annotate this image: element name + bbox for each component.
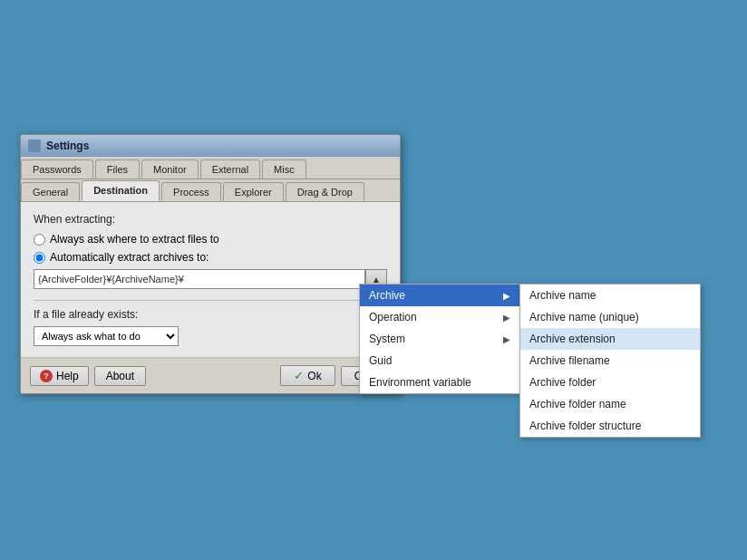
menu-item-archive-label: Archive — [369, 289, 405, 302]
menu-item-archive-folder-name-label: Archive folder name — [529, 398, 626, 410]
menu-item-guid-label: Guid — [369, 354, 392, 367]
window-icon — [28, 140, 41, 152]
menu-item-guid[interactable]: Guid — [360, 350, 519, 372]
radio-ask-where-label: Always ask where to extract files to — [50, 233, 219, 246]
file-exists-dropdown[interactable]: Always ask what to do Skip existing file… — [34, 326, 179, 346]
help-button[interactable]: ? Help — [30, 366, 89, 386]
menu-item-archive-folder-label: Archive folder — [529, 376, 596, 389]
extracting-label: When extracting: — [34, 213, 387, 226]
tabs-row-top: Passwords Files Monitor External Misc — [21, 157, 400, 179]
tab-passwords[interactable]: Passwords — [21, 159, 93, 179]
menu-item-archive-name-unique[interactable]: Archive name (unique) — [520, 306, 700, 328]
dropdown-row: Always ask what to do Skip existing file… — [34, 326, 387, 346]
file-exists-label: If a file already exists: — [34, 308, 387, 321]
tab-misc[interactable]: Misc — [262, 159, 306, 179]
menu-item-system-label: System — [369, 333, 405, 345]
tab-destination[interactable]: Destination — [82, 180, 160, 201]
tab-process[interactable]: Process — [161, 182, 221, 201]
menu-item-env-label: Environment variable — [369, 376, 471, 389]
menu-popup-2: Archive name Archive name (unique) Archi… — [519, 284, 701, 438]
menu-item-archive-extension-label: Archive extension — [529, 333, 616, 345]
menu-item-archive-name-label: Archive name — [529, 289, 596, 302]
tab-external[interactable]: External — [200, 159, 260, 179]
arrow-icon-operation: ▶ — [503, 313, 510, 323]
menu-item-archive-filename-label: Archive filename — [529, 354, 610, 367]
ok-button[interactable]: ✓ Ok — [280, 365, 335, 386]
divider — [34, 300, 387, 301]
radio-row-2: Automatically extract archives to: — [34, 251, 387, 264]
check-icon: ✓ — [294, 369, 304, 382]
path-input[interactable] — [34, 269, 365, 289]
radio-row-1: Always ask where to extract files to — [34, 233, 387, 246]
radio-auto-extract-label: Automatically extract archives to: — [50, 251, 209, 264]
help-icon: ? — [40, 370, 53, 382]
window-title: Settings — [46, 140, 89, 152]
menu-popup-1: Archive ▶ Operation ▶ System ▶ Guid Envi… — [359, 284, 520, 394]
tab-drag-drop[interactable]: Drag & Drop — [286, 182, 364, 201]
menu-item-archive-filename[interactable]: Archive filename — [520, 350, 700, 372]
bottom-buttons: ? Help About ✓ Ok Ca... — [21, 357, 400, 393]
path-row: ▲ — [34, 269, 387, 289]
arrow-icon-system: ▶ — [503, 334, 510, 344]
tab-explorer[interactable]: Explorer — [223, 182, 284, 201]
window-body: When extracting: Always ask where to ext… — [21, 202, 400, 357]
menu-item-archive-folder-name[interactable]: Archive folder name — [520, 393, 700, 415]
menu-item-archive-folder-structure-label: Archive folder structure — [529, 420, 641, 432]
menu-item-archive[interactable]: Archive ▶ — [360, 285, 519, 306]
tab-general[interactable]: General — [21, 182, 80, 201]
menu-item-archive-folder[interactable]: Archive folder — [520, 372, 700, 393]
tabs-row-bottom: General Destination Process Explorer Dra… — [21, 179, 400, 202]
tab-files[interactable]: Files — [95, 159, 140, 179]
menu-item-operation-label: Operation — [369, 311, 417, 323]
arrow-icon-archive: ▶ — [503, 291, 510, 301]
menu-item-env[interactable]: Environment variable — [360, 372, 519, 393]
help-label: Help — [56, 370, 79, 382]
ok-label: Ok — [307, 370, 321, 382]
about-button[interactable]: About — [94, 366, 146, 386]
tab-monitor[interactable]: Monitor — [141, 159, 199, 179]
radio-auto-extract[interactable] — [34, 252, 45, 264]
menu-item-archive-name-unique-label: Archive name (unique) — [529, 311, 639, 323]
title-bar: Settings — [21, 135, 400, 157]
menu-item-system[interactable]: System ▶ — [360, 328, 519, 350]
menu-item-archive-extension[interactable]: Archive extension — [520, 328, 700, 350]
menu-item-operation[interactable]: Operation ▶ — [360, 306, 519, 328]
settings-window: Settings Passwords Files Monitor Externa… — [20, 134, 401, 394]
menu-item-archive-name[interactable]: Archive name — [520, 285, 700, 306]
radio-ask-where[interactable] — [34, 234, 45, 246]
menu-item-archive-folder-structure[interactable]: Archive folder structure — [520, 415, 700, 437]
